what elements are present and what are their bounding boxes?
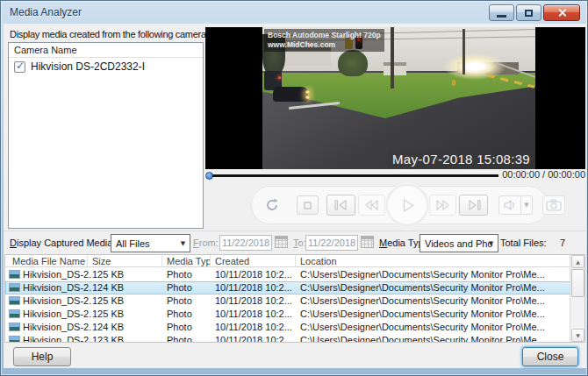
to-date-field[interactable]: 11/22/2018: [305, 235, 358, 251]
titlebar[interactable]: Media Analyzer: [1, 1, 587, 24]
photo-file-icon: [9, 309, 20, 318]
video-frame: Bosch Autodome Starlight 720p www.MidChe…: [262, 27, 535, 169]
photo-file-icon: [9, 296, 20, 305]
minimize-button[interactable]: [489, 4, 514, 21]
cell-size: 124 KB: [92, 321, 162, 334]
table-row[interactable]: Hikvision_DS-2 123 KB Photo 10/11/2018 1…: [5, 334, 570, 343]
window-title: Media Analyzer: [10, 6, 82, 18]
previous-button[interactable]: [326, 195, 355, 216]
table-row[interactable]: Hikvision_DS-2... 124 KB Photo 10/11/201…: [5, 321, 570, 334]
cell-name: Hikvision_DS-2...: [23, 308, 91, 321]
volume-control: [498, 195, 533, 215]
camera-listbox: Camera Name Hikvision DS-2CD2332-I: [8, 42, 204, 229]
camera-checkbox-checked[interactable]: [14, 61, 25, 73]
video-timestamp: May-07-2018 15:08:39: [389, 151, 534, 167]
cell-location: C:\Users\Designer\Documents\Security Mon…: [300, 268, 563, 281]
camera-overlay-text: Bosch Autodome Starlight 720p www.MidChe…: [264, 29, 384, 52]
from-date-field[interactable]: 11/22/2018: [219, 235, 272, 251]
cell-size: 125 KB: [92, 268, 162, 281]
stop-icon: [304, 202, 312, 209]
cell-name: Hikvision_DS-2...: [23, 268, 91, 281]
mute-button[interactable]: [498, 195, 521, 215]
display-media-dropdown[interactable]: All Files: [111, 234, 190, 252]
table-body: Hikvision_DS-2... 125 KB Photo 10/11/201…: [5, 268, 570, 343]
scene-car: [273, 87, 308, 102]
volume-dropdown-button[interactable]: [521, 195, 533, 215]
next-button[interactable]: [459, 195, 488, 216]
fast-forward-button[interactable]: [429, 195, 456, 216]
media-type-dropdown[interactable]: Videos and Pho: [419, 234, 498, 252]
column-header-location[interactable]: Location: [297, 255, 570, 267]
scroll-down-icon[interactable]: [571, 329, 584, 342]
chevron-down-icon: [484, 235, 498, 252]
close-button[interactable]: Close: [522, 347, 578, 366]
cell-name: Hikvision_DS-2: [23, 334, 91, 343]
close-window-button[interactable]: [543, 4, 580, 21]
from-label: From:: [193, 238, 219, 248]
skip-start-icon: [334, 200, 348, 210]
cell-created: 10/11/2018 10:2...: [215, 308, 298, 321]
close-icon: [557, 8, 567, 18]
column-header-type[interactable]: Media Type: [163, 255, 211, 267]
scene-pole: [391, 27, 394, 89]
scrollbar-thumb[interactable]: [571, 269, 584, 297]
scroll-up-icon[interactable]: [571, 255, 584, 268]
column-header-created[interactable]: Created: [212, 255, 296, 267]
from-calendar-icon[interactable]: [275, 236, 288, 248]
cell-type: Photo: [167, 334, 212, 343]
cell-type: Photo: [167, 308, 212, 321]
cell-size: 125 KB: [92, 308, 162, 321]
play-button[interactable]: [386, 184, 428, 226]
camera-list-item[interactable]: Hikvision DS-2CD2332-I: [9, 58, 203, 73]
cell-location: C:\Users\Designer\Documents\Security Mon…: [300, 281, 563, 294]
rewind-button[interactable]: [358, 195, 385, 216]
video-preview: Bosch Autodome Starlight 720p www.MidChe…: [205, 27, 585, 169]
stop-button[interactable]: [297, 195, 319, 215]
cell-created: 10/11/2018 10:2: [215, 334, 298, 343]
column-header-name[interactable]: Media File Name: [5, 255, 88, 267]
minimize-icon: [497, 15, 506, 18]
help-button[interactable]: Help: [13, 347, 71, 366]
camera-list-header[interactable]: Camera Name: [9, 43, 203, 58]
replay-icon: [264, 197, 280, 213]
cell-created: 10/11/2018 10:2...: [215, 281, 298, 294]
media-analyzer-window: Media Analyzer Display media created fro…: [0, 0, 588, 376]
maximize-button[interactable]: [516, 4, 541, 21]
cell-name: Hikvision_DS-2...: [23, 294, 91, 308]
total-files-label: Total Files:: [500, 238, 547, 248]
overlay-line2: www.MidChes.com: [268, 40, 381, 50]
cell-type: Photo: [167, 268, 212, 281]
scene-tree: [338, 50, 368, 76]
table-row[interactable]: Hikvision_DS-2... 125 KB Photo 10/11/201…: [5, 308, 570, 321]
seek-track[interactable]: [212, 174, 498, 177]
table-row-selected[interactable]: Hikvision_DS-2... 124 KB Photo 10/11/201…: [5, 281, 570, 294]
cell-created: 10/11/2018 10:2...: [215, 294, 298, 308]
camera-icon: [546, 199, 562, 211]
cell-location: C:\Users\Designer\Documents\Security Mon…: [300, 308, 563, 321]
scene-shed: [384, 62, 406, 75]
dialog-content: Display media created from the following…: [4, 24, 586, 368]
to-label: To:: [293, 238, 306, 248]
speaker-icon: [504, 200, 516, 210]
snapshot-button[interactable]: [542, 195, 565, 215]
cell-location: C:\Users\Designer\Documents\Security Mon…: [300, 334, 563, 343]
camera-name: Hikvision DS-2CD2332-I: [31, 60, 145, 73]
cell-type: Photo: [167, 281, 212, 294]
total-files-value: 7: [560, 238, 565, 248]
playback-controls: [251, 186, 548, 224]
fast-forward-icon: [435, 200, 450, 210]
table-row[interactable]: Hikvision_DS-2... 125 KB Photo 10/11/201…: [5, 268, 570, 281]
replay-button[interactable]: [263, 197, 281, 213]
skip-end-icon: [467, 200, 481, 210]
to-calendar-icon[interactable]: [361, 236, 374, 248]
column-header-size[interactable]: Size: [89, 255, 162, 267]
display-captured-media-label: Display Captured Media:: [10, 238, 115, 248]
photo-file-icon: [9, 323, 20, 331]
maximize-icon: [525, 10, 533, 17]
scene-hydrant: [452, 80, 455, 86]
media-file-table: Media File Name Size Media Type Created …: [4, 254, 585, 343]
media-type-value: Videos and Pho: [425, 238, 492, 249]
table-row[interactable]: Hikvision_DS-2... 125 KB Photo 10/11/201…: [5, 294, 570, 308]
table-scrollbar[interactable]: [570, 255, 584, 342]
overlay-line1: Bosch Autodome Starlight 720p: [268, 31, 381, 40]
